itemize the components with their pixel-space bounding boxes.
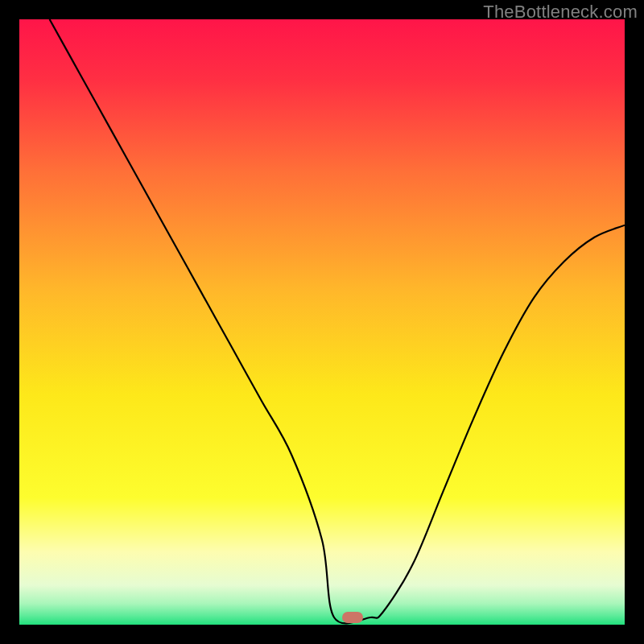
- optimum-marker: [342, 612, 363, 623]
- attribution-text: TheBottleneck.com: [483, 2, 638, 23]
- plot-area: [19, 19, 625, 625]
- bottleneck-curve: [19, 19, 625, 625]
- chart-frame: TheBottleneck.com: [0, 0, 644, 644]
